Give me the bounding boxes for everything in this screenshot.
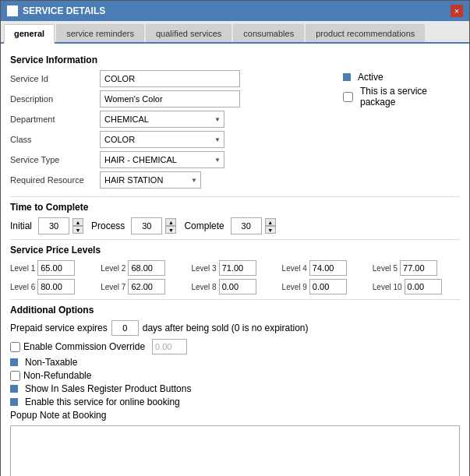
price-level-7: Level 7	[101, 279, 188, 294]
online-booking-row: Enable this service for online booking	[10, 397, 460, 407]
prepaid-suffix: days after being sold (0 is no expiratio…	[143, 323, 309, 333]
description-label: Description	[10, 94, 100, 104]
department-select[interactable]: CHEMICAL	[100, 111, 224, 128]
price-level-3: Level 3	[191, 260, 278, 276]
additional-options-title: Additional Options	[10, 305, 460, 316]
popup-note-textarea[interactable]	[10, 425, 460, 476]
level-6-label: Level 6	[10, 283, 35, 291]
divider-2	[10, 239, 460, 240]
price-levels-title: Service Price Levels	[10, 245, 460, 256]
department-row: Department CHEMICAL	[10, 111, 335, 128]
price-level-2: Level 2	[101, 260, 188, 276]
class-select[interactable]: COLOR	[100, 131, 224, 148]
required-resource-select[interactable]: HAIR STATION	[100, 171, 201, 189]
level-1-label: Level 1	[10, 264, 35, 273]
required-resource-row: Required Resource HAIR STATION	[10, 171, 335, 189]
level-10-label: Level 10	[373, 283, 402, 291]
tab-service-reminders[interactable]: service reminders	[56, 24, 144, 42]
tab-general[interactable]: general	[4, 24, 55, 44]
package-checkbox[interactable]	[343, 92, 353, 102]
non-refundable-label: Non-Refundable	[23, 370, 91, 381]
service-id-row: Service Id	[10, 70, 335, 87]
window-title: SERVICE DETAILS	[23, 5, 105, 16]
divider-3	[10, 299, 460, 300]
complete-spinner: ▲ ▼	[265, 218, 276, 234]
service-type-row: Service Type HAIR - CHEMICAL	[10, 151, 335, 168]
tab-consumables[interactable]: consumables	[233, 24, 304, 42]
service-id-label: Service Id	[10, 74, 100, 83]
level-7-input[interactable]	[128, 279, 165, 294]
process-field: Process ▲ ▼	[91, 217, 176, 234]
initial-spinner: ▲ ▼	[72, 218, 83, 234]
prepaid-input[interactable]	[111, 320, 139, 336]
non-refundable-row: Non-Refundable	[10, 370, 460, 381]
level-5-input[interactable]	[400, 260, 437, 276]
commission-override-checkbox[interactable]	[10, 342, 20, 352]
class-label: Class	[10, 135, 100, 144]
top-section: Service Id Description Department CHEMIC…	[10, 70, 460, 192]
tab-bar: general service reminders qualified serv…	[1, 21, 469, 44]
class-select-wrap: COLOR	[100, 131, 224, 148]
service-details-window: SERVICE DETAILS × general service remind…	[0, 0, 470, 476]
popup-note-section: Popup Note at Booking	[10, 410, 460, 476]
package-label: This is a service package	[360, 86, 460, 108]
divider-1	[10, 196, 460, 197]
non-refundable-checkbox[interactable]	[10, 371, 20, 381]
price-level-1: Level 1	[10, 260, 97, 276]
service-type-select[interactable]: HAIR - CHEMICAL	[100, 151, 224, 168]
online-booking-indicator	[10, 398, 18, 406]
top-right-fields: Active This is a service package	[335, 70, 460, 192]
complete-input[interactable]	[231, 217, 262, 234]
content-area: Service Information Service Id Descripti…	[1, 44, 469, 476]
prepaid-row: Prepaid service expires days after being…	[10, 320, 460, 336]
level-1-input[interactable]	[37, 260, 75, 276]
level-3-input[interactable]	[219, 260, 256, 276]
process-input[interactable]	[131, 217, 162, 234]
price-level-6: Level 6	[10, 279, 97, 294]
show-in-sales-label: Show In Sales Register Product Buttons	[25, 383, 191, 394]
level-2-input[interactable]	[128, 260, 165, 276]
initial-label: Initial	[10, 220, 32, 231]
level-10-input[interactable]	[405, 279, 442, 294]
department-label: Department	[10, 115, 100, 124]
price-level-5: Level 5	[373, 260, 460, 276]
level-3-label: Level 3	[191, 264, 216, 273]
initial-input[interactable]	[38, 217, 69, 234]
package-row: This is a service package	[343, 86, 460, 108]
title-bar: SERVICE DETAILS ×	[1, 1, 469, 21]
initial-spin-down[interactable]: ▼	[72, 226, 83, 234]
level-4-label: Level 4	[282, 264, 307, 273]
commission-override-label: Enable Commission Override	[23, 341, 145, 352]
complete-spin-up[interactable]: ▲	[265, 218, 276, 226]
close-button[interactable]: ×	[451, 5, 463, 17]
process-spin-up[interactable]: ▲	[165, 218, 176, 226]
service-type-select-wrap: HAIR - CHEMICAL	[100, 151, 224, 168]
level-9-input[interactable]	[309, 279, 347, 294]
description-row: Description	[10, 90, 335, 108]
active-indicator	[343, 73, 351, 81]
complete-label: Complete	[184, 220, 224, 231]
level-8-input[interactable]	[219, 279, 256, 294]
price-level-9: Level 9	[282, 279, 369, 294]
commission-input[interactable]	[152, 339, 187, 354]
initial-spin-up[interactable]: ▲	[72, 218, 83, 226]
tab-qualified-services[interactable]: qualified services	[146, 24, 231, 42]
required-resource-label: Required Resource	[10, 175, 100, 185]
description-input[interactable]	[100, 90, 240, 108]
online-booking-label: Enable this service for online booking	[25, 397, 180, 407]
show-in-sales-indicator	[10, 385, 18, 393]
complete-spin-down[interactable]: ▼	[265, 226, 276, 234]
non-taxable-indicator	[10, 358, 18, 366]
level-8-label: Level 8	[191, 283, 216, 291]
level-7-label: Level 7	[101, 283, 125, 291]
tab-product-recommendations[interactable]: product recommendations	[306, 24, 425, 42]
service-id-input[interactable]	[100, 70, 240, 87]
process-spin-down[interactable]: ▼	[165, 226, 176, 234]
level-6-input[interactable]	[37, 279, 75, 294]
service-type-label: Service Type	[10, 155, 100, 164]
level-4-input[interactable]	[309, 260, 347, 276]
complete-field: Complete ▲ ▼	[184, 217, 275, 234]
level-9-label: Level 9	[282, 283, 307, 291]
level-5-label: Level 5	[373, 264, 398, 273]
title-left: SERVICE DETAILS	[7, 5, 105, 16]
